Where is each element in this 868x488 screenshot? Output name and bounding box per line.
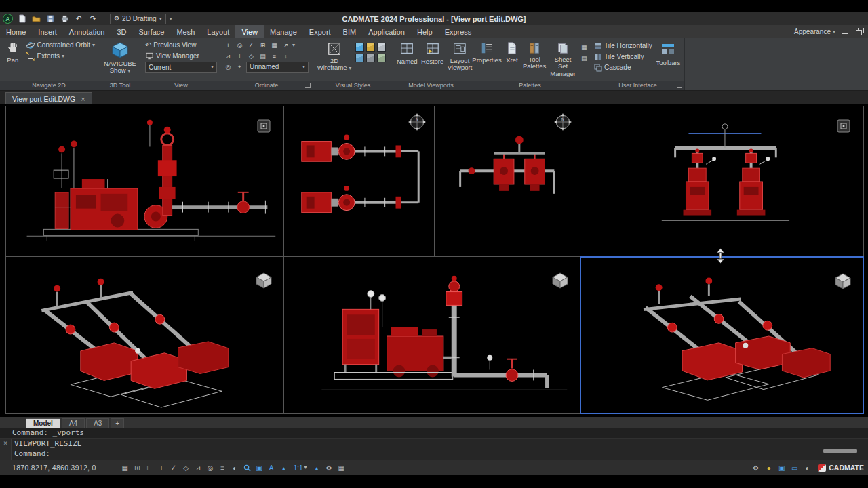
app-logo[interactable]: A (3, 14, 13, 24)
status-bulb-icon[interactable]: ● (763, 462, 774, 473)
sheet-set-manager-button[interactable]: Sheet Set Manager (549, 40, 576, 81)
tile-vertically-button[interactable]: Tile Vertically (594, 52, 652, 62)
ordinate-tool-icon[interactable]: ⊞ (258, 41, 268, 49)
save-icon[interactable] (45, 14, 56, 24)
table-icon[interactable]: ▦ (336, 462, 347, 473)
viewport-3[interactable]: N (434, 106, 580, 257)
ordinate-tool-icon[interactable]: ▦ (269, 41, 279, 49)
isometric-drafting-icon[interactable]: ◇ (180, 462, 192, 473)
add-layout-button[interactable]: + (111, 418, 124, 428)
plot-icon[interactable] (59, 14, 70, 24)
visual-style-cube-icon[interactable] (355, 54, 364, 62)
view-manager-button[interactable]: View Manager (145, 51, 217, 61)
annotation-monitor-icon[interactable]: ▣ (776, 462, 787, 473)
annotation-visibility-icon[interactable]: A (266, 462, 277, 473)
tool-palettes-button[interactable]: Tool Palettes (522, 40, 547, 81)
polar-tracking-icon[interactable]: ∠ (168, 462, 180, 473)
ordinate-tool-icon[interactable]: ◇ (246, 52, 256, 60)
viewcube-icon[interactable] (256, 119, 271, 136)
viewcube-3d-icon[interactable] (834, 272, 852, 293)
ordinate-tool-icon[interactable]: + (223, 41, 233, 49)
design-center-icon[interactable]: ▤ (579, 54, 589, 62)
ordinate-tool-icon[interactable]: ◎ (235, 41, 245, 49)
isolate-objects-icon[interactable]: ◐ (802, 462, 813, 473)
viewport-4[interactable] (580, 106, 864, 257)
tab-insert[interactable]: Insert (32, 25, 63, 38)
viewcube-icon[interactable] (836, 119, 851, 136)
dialog-launcher-icon[interactable] (305, 83, 311, 88)
properties-button[interactable]: Properties (472, 40, 502, 81)
tab-3d[interactable]: 3D (111, 25, 132, 38)
ordinate-tool-icon[interactable]: ⊥ (235, 52, 245, 60)
ordinate-tool-icon[interactable]: ↓ (281, 52, 291, 60)
visual-style-cube-icon[interactable] (366, 43, 375, 52)
xref-button[interactable]: Xref (505, 40, 519, 81)
layout-tab-a4[interactable]: A4 (62, 418, 85, 428)
named-viewports-button[interactable]: Named (396, 40, 418, 81)
tab-annotation[interactable]: Annotation (63, 25, 111, 38)
ordinate-tool-icon[interactable]: ▤ (258, 52, 268, 60)
settings-gear-icon[interactable]: ⚙ (750, 462, 762, 473)
tab-application[interactable]: Application (362, 25, 411, 38)
command-input[interactable]: Command: (14, 449, 868, 459)
command-scrollbar[interactable] (823, 449, 857, 453)
display-settings-icon[interactable]: ▭ (789, 462, 800, 473)
snap-mode-icon[interactable]: ⊞ (132, 462, 143, 473)
toolbars-button[interactable]: Toolbars (655, 40, 682, 81)
minimize-button[interactable] (840, 27, 850, 36)
chevron-down-icon[interactable]: ▾ (292, 43, 295, 48)
dialog-launcher-icon[interactable] (677, 83, 682, 88)
visual-style-cube-icon[interactable] (377, 43, 386, 52)
restore-button[interactable] (854, 27, 865, 36)
viewport-6[interactable] (283, 256, 580, 414)
transparency-icon[interactable]: ◐ (229, 462, 241, 473)
layout-tab-a3[interactable]: A3 (86, 418, 109, 428)
visual-style-cube-icon[interactable] (366, 54, 375, 62)
tab-express[interactable]: Express (439, 25, 478, 38)
redo-icon[interactable]: ↷ (87, 14, 98, 24)
visual-style-cube-icon[interactable] (355, 43, 364, 52)
ordinate-tool-icon[interactable]: ↗ (281, 41, 291, 49)
object-snap-tracking-icon[interactable]: ⊿ (193, 462, 204, 473)
ucs-name-combobox[interactable]: Unnamed ▾ (246, 62, 309, 73)
workspace-dropdown[interactable]: ⚙ 2D Drafting ▾ (110, 14, 166, 24)
lineweight-icon[interactable]: ≡ (217, 462, 229, 473)
tab-help[interactable]: Help (411, 25, 439, 38)
selection-cycling-icon[interactable]: ▣ (254, 462, 265, 473)
visual-style-cube-icon[interactable] (377, 54, 386, 62)
viewcube-3d-icon[interactable] (255, 272, 273, 292)
visual-style-button[interactable]: 2D Wireframe ▾ (316, 40, 353, 81)
ordinate-tool-icon[interactable]: ≡ (269, 52, 279, 60)
appearance-menu[interactable]: Appearance ▾ (794, 28, 835, 35)
tab-export[interactable]: Export (303, 25, 337, 38)
close-tab-icon[interactable]: × (81, 95, 85, 103)
ordinate-tool-icon[interactable]: ∠ (246, 41, 256, 49)
tab-surface[interactable]: Surface (133, 25, 171, 38)
compass-icon[interactable]: N (408, 113, 426, 134)
current-view-combobox[interactable]: Current ▾ (145, 62, 217, 73)
tab-view[interactable]: View (235, 25, 264, 38)
ucs-world-icon[interactable]: + (235, 62, 245, 71)
layout-tab-model[interactable]: Model (26, 418, 60, 428)
tab-layout[interactable]: Layout (201, 25, 235, 38)
grid-display-icon[interactable]: ▦ (119, 462, 131, 473)
tab-home[interactable]: Home (0, 25, 32, 38)
constrained-orbit-button[interactable]: Constrained Orbit ▾ (26, 40, 95, 50)
object-snap-icon[interactable]: ◎ (205, 462, 216, 473)
tab-mesh[interactable]: Mesh (170, 25, 201, 38)
tab-bim[interactable]: BIM (337, 25, 363, 38)
annotation-add-scales-icon[interactable]: ▴ (311, 462, 323, 473)
viewport-7-active[interactable] (580, 256, 864, 414)
ordinate-tool-icon[interactable]: ⊿ (223, 52, 233, 60)
new-file-icon[interactable] (16, 14, 27, 24)
annotation-scale-button[interactable]: 1:1 ▾ (290, 464, 311, 472)
quick-calc-icon[interactable]: ▦ (579, 43, 589, 52)
tab-manage[interactable]: Manage (264, 25, 303, 38)
tile-horizontally-button[interactable]: Tile Horizontally (594, 41, 652, 51)
close-command-icon[interactable]: × (3, 439, 7, 447)
zoom-icon[interactable] (241, 462, 253, 473)
autoscale-icon[interactable]: ▴ (278, 462, 290, 473)
previous-view-button[interactable]: ↶ Previous View (145, 40, 217, 50)
ortho-mode-icon[interactable]: ⊥ (156, 462, 167, 473)
viewcube-3d-icon[interactable] (551, 272, 569, 292)
